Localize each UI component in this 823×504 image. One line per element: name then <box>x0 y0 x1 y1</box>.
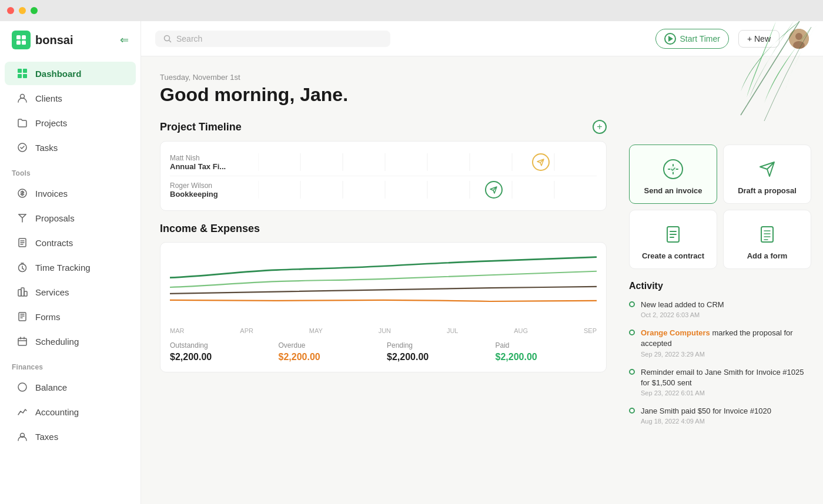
logo-icon <box>12 31 31 49</box>
contracts-icon <box>16 237 28 248</box>
sidebar-item-scheduling[interactable]: Scheduling <box>5 330 136 353</box>
timeline-row: Roger Wilson Bookkeeping <box>170 176 597 203</box>
activity-section: Activity New lead added to CRM Oct 2, 20… <box>629 281 811 425</box>
timeline-info: Roger Wilson Bookkeeping <box>170 182 258 199</box>
send-invoice-icon <box>661 157 685 182</box>
add-form-label: Add a form <box>747 251 788 260</box>
play-icon <box>668 36 673 42</box>
minimize-button[interactable] <box>19 7 26 14</box>
activity-content: Reminder email to Jane Smith for Invoice… <box>641 367 811 397</box>
timeline-bar-area <box>258 153 597 171</box>
date-label: Tuesday, November 1st <box>160 73 607 82</box>
activity-description: Reminder email to Jane Smith for Invoice… <box>641 368 804 387</box>
topbar-right: Start Timer + New <box>655 29 809 49</box>
chart-month: MAR <box>170 327 184 334</box>
chart-month: APR <box>240 327 253 334</box>
activity-highlight: Orange Computers <box>641 328 710 337</box>
sidebar-item-label: Dashboard <box>35 69 81 79</box>
sidebar-item-label: Projects <box>35 118 67 128</box>
stat-value: $2,200.00 <box>496 352 597 362</box>
sidebar-item-label: Forms <box>35 312 61 322</box>
main-left: Tuesday, November 1st Good morning, Jane… <box>141 56 623 504</box>
create-contract-card[interactable]: Create a contract <box>629 210 717 269</box>
sidebar-item-taxes[interactable]: Taxes <box>5 425 136 448</box>
taxes-icon <box>16 431 28 442</box>
search-bar[interactable]: Search <box>155 31 390 47</box>
sidebar-item-services[interactable]: Services <box>5 280 136 304</box>
clients-icon <box>16 92 28 104</box>
svg-rect-16 <box>19 313 26 321</box>
accounting-icon <box>16 406 28 418</box>
sidebar-toggle[interactable]: ⇐ <box>120 33 129 46</box>
svg-rect-3 <box>22 41 26 45</box>
activity-text: Reminder email to Jane Smith for Invoice… <box>641 367 811 388</box>
sidebar-item-balance[interactable]: Balance <box>5 375 136 399</box>
greeting-text: Good morning, Jane. <box>160 84 607 106</box>
timeline-person-name: Matt Nish <box>170 154 258 162</box>
sidebar: bonsai ⇐ Dashboard Clients <box>0 21 141 504</box>
draft-proposal-icon <box>755 157 779 182</box>
sidebar-item-invoices[interactable]: Invoices <box>5 182 136 205</box>
sidebar-item-clients[interactable]: Clients <box>5 86 136 110</box>
svg-point-20 <box>165 35 170 41</box>
sidebar-item-label: Invoices <box>35 189 68 199</box>
activity-dot <box>629 408 635 414</box>
topbar: Search Start Timer + New <box>141 21 823 56</box>
maximize-button[interactable] <box>31 7 38 14</box>
quick-actions-section: Send an invoice Draft a proposal <box>629 145 811 269</box>
add-timeline-button[interactable]: + <box>593 120 607 134</box>
activity-content: Jane Smith paid $50 for Invoice #1020 Au… <box>641 406 771 425</box>
tools-section-label: Tools <box>0 160 140 181</box>
stat-outstanding: Outstanding $2,200.00 <box>170 341 272 362</box>
sidebar-logo: bonsai ⇐ <box>0 31 140 61</box>
chart-labels: MAR APR MAY JUN JUL AUG SEP <box>170 325 597 334</box>
chart-month: MAY <box>309 327 323 334</box>
draft-proposal-card[interactable]: Draft a proposal <box>723 145 811 204</box>
sidebar-item-label: Taxes <box>35 432 58 442</box>
activity-description: New lead added to CRM <box>641 300 724 309</box>
sidebar-item-tasks[interactable]: Tasks <box>5 136 136 159</box>
chart-month: JUN <box>379 327 391 334</box>
add-form-card[interactable]: Add a form <box>723 210 811 269</box>
add-form-icon <box>755 222 779 247</box>
sidebar-item-label: Clients <box>35 93 62 103</box>
sidebar-item-contracts[interactable]: Contracts <box>5 231 136 254</box>
sidebar-item-label: Time Tracking <box>35 263 91 273</box>
new-label: + New <box>747 34 771 43</box>
send-invoice-card[interactable]: Send an invoice <box>629 145 717 204</box>
search-placeholder: Search <box>176 34 202 43</box>
timeline-dot-orange <box>532 153 550 171</box>
services-icon <box>16 286 28 298</box>
content-area: Search Start Timer + New <box>141 21 823 504</box>
timer-circle-icon <box>664 33 676 45</box>
activity-description: Jane Smith paid $50 for Invoice #1020 <box>641 406 771 415</box>
stat-label: Pending <box>387 341 489 350</box>
sidebar-item-accounting[interactable]: Accounting <box>5 400 136 424</box>
sidebar-item-time-tracking[interactable]: Time Tracking <box>5 256 136 279</box>
project-timeline-title: Project Timeline <box>160 121 242 133</box>
time-tracking-icon <box>16 261 28 273</box>
svg-rect-17 <box>18 338 26 345</box>
sidebar-item-projects[interactable]: Projects <box>5 111 136 135</box>
start-timer-button[interactable]: Start Timer <box>655 29 728 49</box>
new-button[interactable]: + New <box>738 30 779 48</box>
timeline-project-name: Bookkeeping <box>170 190 258 199</box>
sidebar-item-label: Balance <box>35 382 67 392</box>
income-expenses-title: Income & Expenses <box>160 223 260 235</box>
svg-rect-4 <box>18 69 22 73</box>
timeline-card: Matt Nish Annual Tax Fi... <box>160 141 607 211</box>
avatar[interactable] <box>789 29 809 49</box>
create-contract-icon <box>661 222 685 247</box>
activity-title: Activity <box>629 281 811 291</box>
sidebar-item-label: Contracts <box>35 238 73 248</box>
svg-rect-2 <box>16 41 21 45</box>
sidebar-item-dashboard[interactable]: Dashboard <box>5 62 136 85</box>
sidebar-item-forms[interactable]: Forms <box>5 305 136 328</box>
activity-item: Jane Smith paid $50 for Invoice #1020 Au… <box>629 406 811 425</box>
stat-paid: Paid $2,200.00 <box>496 341 597 362</box>
svg-rect-5 <box>23 69 27 73</box>
stat-value: $2,200.00 <box>279 352 380 362</box>
close-button[interactable] <box>7 7 14 14</box>
sidebar-item-proposals[interactable]: Proposals <box>5 206 136 230</box>
activity-item: Orange Computers marked the proposal for… <box>629 328 811 357</box>
